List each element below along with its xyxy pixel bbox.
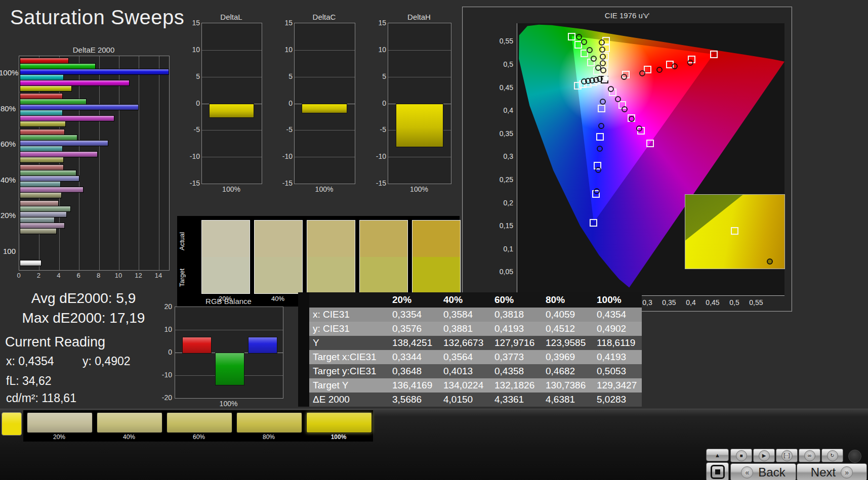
gridline — [388, 157, 451, 157]
stop-button[interactable]: ■ — [730, 449, 752, 462]
cie-target-square — [710, 51, 718, 58]
deltah-x-axis-label: 100% — [388, 185, 450, 193]
deltae-x-tick-label: 0 — [14, 272, 24, 279]
next-button-label: Next — [811, 465, 836, 479]
back-chevron-icon: « — [741, 466, 753, 478]
deltah-plot — [388, 23, 451, 184]
table-column-header: 60% — [488, 292, 540, 308]
patch-swatch-label: 100% — [306, 433, 371, 441]
stop-icon: ■ — [736, 450, 747, 461]
expand-up-button[interactable]: ▲ — [706, 449, 729, 461]
target-swatch — [360, 257, 407, 293]
deltal-chart-title: DeltaL — [201, 13, 261, 21]
table-cell-value: 0,4902 — [591, 322, 642, 336]
table-cell-value: 4,0150 — [437, 392, 488, 407]
rgb-y-tick-label: -20 — [159, 394, 172, 402]
table-cell-value: 138,4251 — [386, 336, 437, 350]
y-tick-label: 10 — [187, 46, 200, 54]
current-cdm2-value: cd/m²: 118,61 — [6, 391, 76, 405]
actual-row-label: Actual — [178, 223, 186, 259]
deltac-chart-title: DeltaC — [294, 13, 354, 21]
gridline — [202, 77, 262, 77]
table-cell-value: 134,0224 — [437, 378, 488, 392]
deltae-gridline — [99, 56, 100, 270]
table-cell-value: 3,5686 — [386, 392, 437, 407]
cie-y-axis-labels: 0,550,50,450,40,350,30,250,20,150,10,050 — [489, 23, 515, 300]
cie-target-square — [590, 219, 597, 227]
cie-inset-target-square — [731, 227, 738, 235]
actual-swatch — [307, 221, 355, 257]
play-button[interactable]: ▶ — [753, 449, 775, 462]
patch-swatch-60%[interactable] — [167, 413, 232, 433]
swatch-column-20% — [201, 220, 250, 294]
table-row-label: Target x:CIE31 — [309, 350, 386, 364]
table-column-header: 100% — [591, 292, 642, 308]
patch-window-button[interactable] — [706, 462, 729, 480]
continuous-button[interactable]: ∞ — [799, 449, 820, 462]
target-swatch — [307, 257, 355, 293]
cie-y-tick-label: 0,4 — [489, 106, 513, 114]
table-cell-value: 129,3427 — [591, 378, 642, 392]
table-header-row: 20%40%60%80%100% — [298, 292, 642, 308]
status-knob — [848, 450, 861, 463]
patch-window-icon — [711, 465, 725, 479]
patch-swatch-20%[interactable] — [27, 413, 93, 433]
cie-target-square — [568, 33, 575, 40]
back-button[interactable]: « Back — [730, 463, 796, 480]
patch-swatch-80%[interactable] — [236, 413, 302, 433]
cie-measured-point — [595, 167, 601, 173]
y-tick-label: 10 — [373, 46, 386, 54]
table-cell-value: 0,3969 — [540, 350, 591, 364]
swatch-column-80% — [359, 220, 408, 294]
patch-swatch-40%[interactable] — [97, 413, 162, 433]
table-header-spacer — [309, 292, 386, 308]
deltae-x-tick-label: 8 — [94, 272, 104, 279]
table-row-label: ΔE 2000 — [309, 392, 386, 407]
patch-swatch-label: 40% — [97, 433, 161, 441]
table-row-label: Target Y — [309, 378, 386, 392]
y-tick-label: 5 — [279, 72, 293, 80]
table-cell-value: 0,4013 — [437, 364, 488, 378]
delta-bar — [396, 104, 443, 148]
gridline — [388, 50, 451, 51]
rgb-balance-y-axis-labels: 20100-10-20 — [158, 307, 174, 398]
actual-swatch — [255, 221, 302, 257]
table-cell-value: 0,3818 — [488, 308, 540, 322]
patch-swatch-label: 80% — [236, 433, 301, 441]
patch-swatch-100%[interactable] — [306, 413, 372, 433]
deltae-group-label: 60% — [0, 140, 16, 148]
next-button[interactable]: Next » — [797, 463, 867, 480]
deltah-y-axis-labels: 151050-5-10-15 — [373, 23, 388, 183]
rgb-balance-plot — [175, 307, 283, 399]
y-tick-label: 15 — [279, 19, 293, 27]
cie-y-tick-label: 0,15 — [489, 222, 513, 230]
range-button[interactable]: [··] — [776, 449, 798, 462]
deltac-x-axis-label: 100% — [294, 185, 354, 193]
target-swatch — [202, 257, 250, 293]
deltae2000-chart-title: DeltaE 2000 — [19, 46, 169, 54]
range-icon: [··] — [781, 450, 793, 461]
cie-target-square — [596, 133, 604, 141]
refresh-button[interactable]: ↻ — [821, 449, 843, 462]
cie-y-tick-label: 0,25 — [489, 176, 513, 184]
cie-y-tick-label: 0,45 — [489, 83, 513, 92]
deltal-y-axis-labels: 151050-5-10-15 — [186, 23, 201, 183]
table-column-header: 20% — [386, 292, 437, 308]
deltae2000-x-axis-labels: 02468101214 — [19, 272, 171, 280]
deltac-plot — [294, 23, 355, 184]
rgb-y-tick-label: 0 — [159, 348, 172, 356]
gridline — [295, 50, 355, 51]
swatch-column-60% — [307, 220, 355, 294]
table-row: Target Y136,4169134,0224132,1826130,7386… — [298, 378, 642, 392]
deltae2000-y-axis-labels: 100%80%60%40%20%100 — [0, 56, 17, 270]
table-cell-value: 0,3576 — [386, 322, 437, 336]
table-cell-value: 132,6673 — [437, 336, 488, 350]
table-cell-value: 136,4169 — [386, 378, 437, 392]
deltae-group-label: 100 — [0, 247, 16, 255]
table-row-label: x: CIE31 — [309, 308, 386, 322]
deltae-x-tick-label: 12 — [133, 272, 143, 279]
deltae-bar-yellow — [20, 85, 72, 92]
table-column-header: 40% — [437, 292, 488, 308]
cie-y-tick-label: 0,1 — [489, 245, 513, 253]
table-cell-value: 4,6381 — [540, 392, 591, 407]
